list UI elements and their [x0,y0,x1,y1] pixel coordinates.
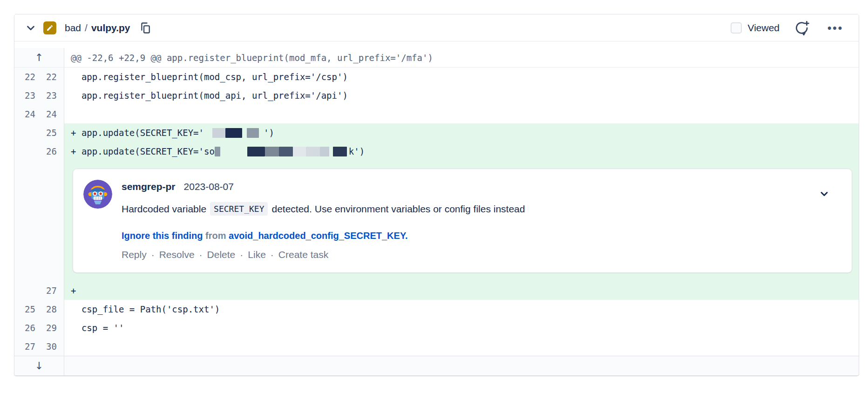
file-header-actions: Viewed ••• [731,20,846,36]
resolve-action[interactable]: Resolve [159,249,195,260]
comment-body-suffix: detected. Use environment variables or c… [271,204,525,215]
new-line-number[interactable]: 26 [37,146,57,156]
comment-content: semgrep-pr 2023-08-07 Hardcoded variable… [122,180,525,260]
redacted-gap [329,147,333,156]
redacted-secret-block [265,147,279,156]
old-line-number[interactable]: 24 [16,109,35,119]
footer-gutter: ↓ [14,356,64,375]
file-header-left: bad / vulpy.py [24,20,731,35]
redacted-gap [220,147,247,156]
create-task-action[interactable]: Create task [278,249,328,260]
diff-body: ↑ @@ -22,6 +22,9 @@ app.register_bluepri… [14,41,859,375]
reply-action[interactable]: Reply [122,249,147,260]
comment-ignore-line: Ignore this finding from avoid_hardcoded… [122,231,525,241]
hunk-header-text: @@ -22,6 +22,9 @@ app.register_blueprint… [64,48,859,67]
redacted-secret-block [279,147,293,156]
inline-comment-block: semgrep-pr 2023-08-07 Hardcoded variable… [14,161,859,281]
collapse-comment-chevron-icon[interactable] [818,188,830,200]
new-line-number[interactable]: 29 [37,323,57,333]
code-text: + app.update(SECRET_KEY='so [71,146,215,156]
code-line[interactable]: + [64,281,859,300]
redacted-secret-block [212,128,225,138]
file-name: vulpy.py [91,22,130,34]
delete-action[interactable]: Delete [207,249,236,260]
diff-footer-row: ↓ [14,356,859,375]
new-line-number[interactable]: 22 [37,72,57,82]
expand-up-icon[interactable]: ↑ [35,52,43,63]
like-action[interactable]: Like [248,249,266,260]
diff-row-context: 25 28 csp_file = Path('csp.txt') [14,300,859,319]
redacted-secret-block [293,147,306,156]
comment-date: 2023-08-07 [184,181,234,192]
redacted-secret-block [247,147,265,156]
comment-code-chip: SECRET_KEY [210,202,268,216]
action-separator: · [240,249,243,260]
code-line[interactable] [64,105,859,123]
old-line-number[interactable]: 22 [16,72,35,82]
new-line-number[interactable]: 28 [37,304,57,314]
more-options-icon[interactable]: ••• [825,21,846,35]
code-line[interactable]: csp = '' [64,319,859,337]
new-line-number[interactable]: 27 [37,285,57,296]
comment-meta: semgrep-pr 2023-08-07 [122,181,525,192]
diff-row-context: 27 30 [14,337,859,356]
redacted-secret-block [215,147,220,156]
new-line-number[interactable]: 30 [37,341,57,352]
comment-gutter [14,161,64,281]
code-text: ') [264,128,274,138]
old-line-number[interactable]: 26 [16,323,35,333]
diff-row-context: 26 29 csp = '' [14,319,859,337]
hunk-gutter: ↑ [14,48,64,67]
copy-file-path-icon[interactable] [138,20,153,35]
rule-link[interactable]: avoid_hardcoded_config_SECRET_KEY [229,231,405,241]
collapse-file-chevron-icon[interactable] [24,21,38,35]
redacted-secret-block [306,147,320,156]
code-line[interactable]: app.register_blueprint(mod_api, url_pref… [64,86,859,105]
code-line[interactable]: csp_file = Path('csp.txt') [64,300,859,319]
file-diff-card: bad / vulpy.py Viewed [14,14,859,376]
ignore-finding-link[interactable]: Ignore this finding [122,231,203,241]
breadcrumb-directory: bad [65,22,81,34]
diff-top-spacer [14,41,859,48]
ignore-period: . [405,231,408,241]
comment-area: semgrep-pr 2023-08-07 Hardcoded variable… [64,161,859,281]
new-line-number[interactable]: 23 [37,90,57,101]
diff-row-added: 25 + app.update(SECRET_KEY='') [14,123,859,142]
viewed-control: Viewed [731,22,780,34]
comment-card: semgrep-pr 2023-08-07 Hardcoded variable… [73,169,852,273]
diff-row-added: 27 + [14,281,859,300]
code-line-redacted[interactable]: + app.update(SECRET_KEY='') [64,123,859,142]
file-modified-icon [43,21,56,34]
code-line[interactable]: app.register_blueprint(mod_csp, url_pref… [64,68,859,86]
old-line-number[interactable]: 25 [16,304,35,314]
code-text: + app.update(SECRET_KEY=' [71,128,204,138]
breadcrumb: bad / vulpy.py [65,22,130,34]
comment-body-prefix: Hardcoded variable [122,204,206,215]
diff-row-added: 26 + app.update(SECRET_KEY='sok') [14,142,859,161]
code-text: k') [349,146,365,156]
diff-file-header: bad / vulpy.py Viewed [14,14,859,41]
diff-row-context: 23 23 app.register_blueprint(mod_api, ur… [14,86,859,105]
old-line-number[interactable]: 27 [16,341,35,352]
redacted-gap [242,128,247,138]
breadcrumb-separator: / [85,22,88,34]
avatar [83,180,112,209]
add-comment-icon[interactable] [793,20,810,36]
redacted-gap [259,128,264,138]
action-separator: · [151,249,155,260]
footer-filler [64,356,859,375]
new-line-number[interactable]: 25 [37,128,57,138]
old-line-number[interactable]: 23 [16,90,35,101]
redacted-secret-block [247,128,259,138]
redacted-secret-block [225,128,242,138]
ignore-middle-text: from [205,231,226,241]
viewed-checkbox[interactable] [731,22,742,34]
new-line-number[interactable]: 24 [37,109,57,119]
code-line-redacted[interactable]: + app.update(SECRET_KEY='sok') [64,142,859,161]
redacted-secret-block [333,147,347,156]
comment-author[interactable]: semgrep-pr [122,181,176,192]
viewed-label: Viewed [748,22,780,34]
action-separator: · [199,249,203,260]
code-line[interactable] [64,337,859,356]
expand-down-icon[interactable]: ↓ [35,360,43,372]
